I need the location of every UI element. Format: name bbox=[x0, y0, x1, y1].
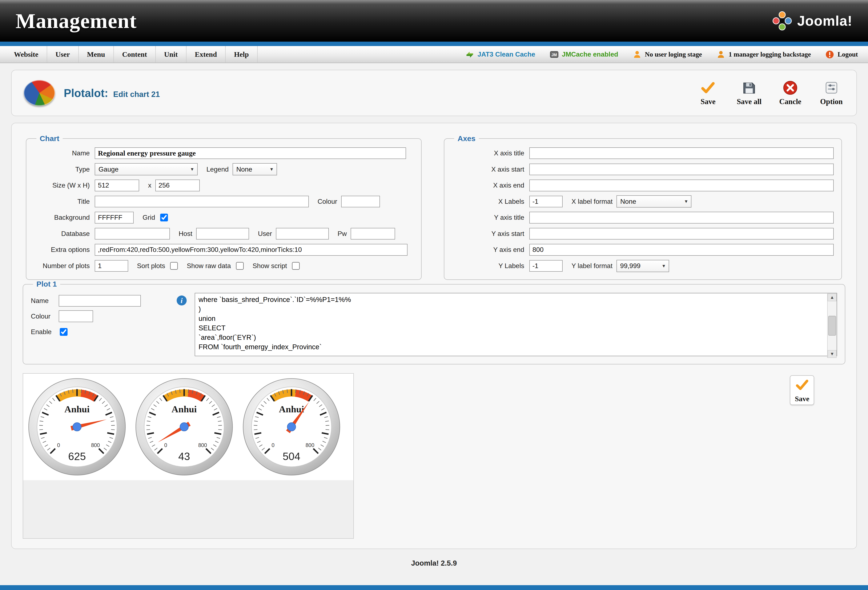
svg-text:Anhui: Anhui bbox=[171, 404, 197, 415]
toolbar-save-all-button[interactable]: Save all bbox=[737, 80, 762, 106]
svg-text:0: 0 bbox=[57, 442, 60, 448]
show-raw-data-checkbox[interactable] bbox=[236, 262, 244, 270]
show-raw-data-label: Show raw data bbox=[187, 262, 231, 270]
x-label-format-select[interactable]: None ▼ bbox=[617, 195, 691, 207]
info-icon[interactable]: i bbox=[176, 295, 187, 306]
user-input[interactable] bbox=[276, 228, 329, 240]
plot1-sql-textarea[interactable]: where `basis_shred_Province`.`ID`=%%P1=1… bbox=[195, 293, 837, 356]
plot1-legend: Plot 1 bbox=[33, 280, 60, 288]
status-no-user-label: No user loging stage bbox=[645, 51, 702, 58]
page-subtitle: Edit chart 21 bbox=[113, 90, 160, 99]
logout-button[interactable]: Logout bbox=[825, 50, 858, 59]
menu-item-help[interactable]: Help bbox=[226, 46, 258, 63]
chevron-down-icon: ▼ bbox=[684, 199, 688, 204]
plot1-enable-label: Enable bbox=[31, 328, 59, 336]
toolbar-cancel-button[interactable]: Cancle bbox=[778, 80, 803, 106]
x-axis-end-input[interactable] bbox=[529, 180, 834, 191]
sql-scrollbar[interactable]: ▲ ▼ bbox=[827, 294, 836, 358]
chart-height-input[interactable] bbox=[155, 180, 200, 191]
menu-item-website[interactable]: Website bbox=[6, 46, 47, 63]
scrollbar-thumb[interactable] bbox=[828, 316, 836, 335]
toolbar-save-button[interactable]: Save bbox=[695, 80, 721, 106]
scroll-down-arrow-icon[interactable]: ▼ bbox=[828, 350, 836, 358]
plot1-colour-label: Colour bbox=[31, 312, 59, 320]
chart-legend-select[interactable]: None ▼ bbox=[233, 163, 277, 175]
chart-size-label: Size (W x H) bbox=[34, 181, 95, 189]
status-jat3-label: JAT3 Clean Cache bbox=[478, 50, 535, 58]
plot1-colour-input[interactable] bbox=[59, 310, 93, 322]
user-icon bbox=[633, 50, 642, 59]
x-axis-start-input[interactable] bbox=[529, 163, 834, 175]
host-label: Host bbox=[179, 230, 192, 238]
gauge-3: 0800Anhui504 bbox=[242, 377, 341, 476]
plot1-enable-checkbox[interactable] bbox=[60, 328, 68, 336]
chart-preview-box: 0800Anhui6250800Anhui430800Anhui504 bbox=[23, 373, 354, 539]
plot1-left-column: Name Colour Enable bbox=[31, 293, 169, 340]
y-axis-end-label: Y axis end bbox=[452, 246, 529, 254]
x-axis-title-input[interactable] bbox=[529, 147, 834, 159]
chart-title-input[interactable] bbox=[95, 196, 309, 207]
show-script-label: Show script bbox=[252, 262, 287, 270]
host-input[interactable] bbox=[196, 228, 249, 240]
x-labels-input[interactable] bbox=[529, 196, 562, 207]
grid-checkbox[interactable] bbox=[160, 213, 168, 221]
chart-background-input[interactable] bbox=[95, 212, 134, 223]
status-no-user[interactable]: No user loging stage bbox=[633, 50, 702, 59]
save-check-icon bbox=[700, 80, 716, 96]
scroll-up-arrow-icon[interactable]: ▲ bbox=[828, 294, 836, 301]
status-jat3-clean-cache[interactable]: JAT3 Clean Cache bbox=[465, 50, 535, 59]
y-labels-input[interactable] bbox=[529, 260, 562, 272]
x-label-format-label: X label format bbox=[571, 198, 613, 205]
scrollbar-track[interactable] bbox=[828, 301, 836, 350]
admin-menubar: Website User Menu Content Unit Extend He… bbox=[0, 46, 868, 63]
site-title: Management bbox=[16, 9, 137, 33]
sort-plots-checkbox[interactable] bbox=[170, 262, 178, 270]
chart-legend-select-label: Legend bbox=[207, 165, 229, 173]
menu-item-unit[interactable]: Unit bbox=[156, 46, 186, 63]
edit-form: Chart Name Type Gauge ▼ Legend None bbox=[11, 123, 857, 549]
page-title-group: Plotalot: Edit chart 21 bbox=[24, 80, 160, 106]
status-jmcache-enabled[interactable]: JM JMCache enabled bbox=[550, 50, 619, 59]
menu-item-extend[interactable]: Extend bbox=[186, 46, 226, 63]
preview-save-label: Save bbox=[795, 395, 809, 403]
gauge-2: 0800Anhui43 bbox=[135, 377, 234, 476]
component-name: Plotalot: bbox=[64, 87, 108, 100]
x-axis-title-label: X axis title bbox=[452, 149, 529, 157]
preview-save-button[interactable]: Save bbox=[790, 375, 814, 405]
floppy-disk-icon bbox=[741, 80, 757, 96]
chart-type-select[interactable]: Gauge ▼ bbox=[95, 163, 198, 175]
svg-text:0: 0 bbox=[164, 442, 167, 448]
x-axis-end-label: X axis end bbox=[452, 181, 529, 189]
status-manager-backstage[interactable]: 1 manager logging backstage bbox=[716, 50, 811, 59]
y-axis-start-label: Y axis start bbox=[452, 230, 529, 238]
y-axis-title-input[interactable] bbox=[529, 212, 834, 223]
pw-input[interactable] bbox=[351, 228, 395, 240]
y-axis-start-input[interactable] bbox=[529, 228, 834, 240]
chart-width-input[interactable] bbox=[95, 180, 139, 191]
plot1-name-input[interactable] bbox=[59, 295, 141, 306]
toolbar-save-label: Save bbox=[700, 97, 715, 106]
y-label-format-select[interactable]: 99,999 ▼ bbox=[617, 260, 669, 272]
toolbar-option-button[interactable]: Option bbox=[819, 80, 844, 106]
menu-item-menu[interactable]: Menu bbox=[79, 46, 114, 63]
menu-item-content[interactable]: Content bbox=[114, 46, 156, 63]
plot1-name-label: Name bbox=[31, 297, 59, 305]
logout-icon bbox=[825, 50, 834, 59]
chart-colour-input[interactable] bbox=[341, 196, 380, 207]
axes-fieldset: Axes X axis title X axis start X axis en… bbox=[444, 134, 842, 280]
toolbar-save-all-label: Save all bbox=[737, 97, 762, 106]
svg-text:625: 625 bbox=[68, 451, 86, 463]
show-script-checkbox[interactable] bbox=[292, 262, 300, 270]
database-input[interactable] bbox=[95, 228, 170, 240]
menu-item-user[interactable]: User bbox=[47, 46, 79, 63]
number-of-plots-input[interactable] bbox=[95, 260, 128, 272]
chart-name-input[interactable] bbox=[95, 147, 406, 159]
extra-options-input[interactable] bbox=[95, 244, 407, 256]
chevron-down-icon: ▼ bbox=[190, 167, 194, 172]
top-header: Management Joomla! bbox=[0, 0, 868, 42]
status-jmcache-label: JMCache enabled bbox=[562, 50, 619, 58]
svg-text:800: 800 bbox=[306, 442, 314, 448]
chart-type-label: Type bbox=[34, 165, 95, 173]
y-axis-end-input[interactable] bbox=[529, 244, 834, 256]
number-of-plots-label: Number of plots bbox=[34, 262, 95, 270]
